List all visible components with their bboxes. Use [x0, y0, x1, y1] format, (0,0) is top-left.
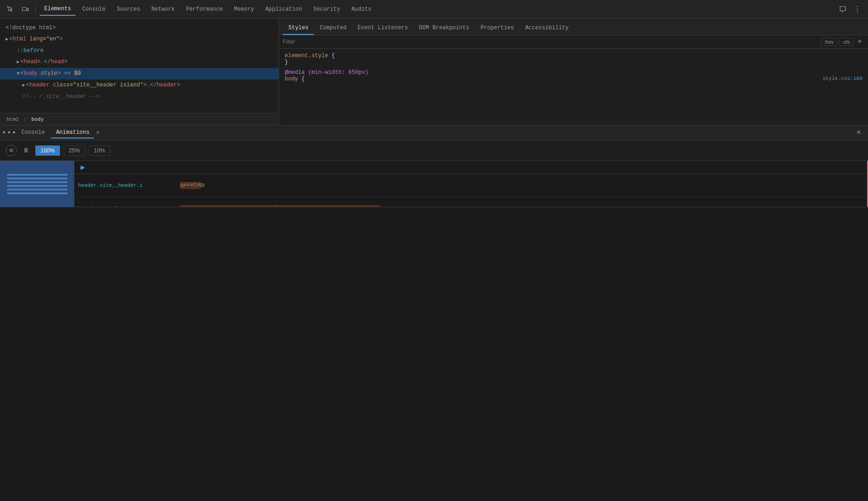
styles-content: element.style { } @media (min-width: 650… — [279, 49, 868, 125]
dom-line-body[interactable]: ▼<body style> == $0 — [0, 68, 279, 79]
expand-triangle-body[interactable]: ▼ — [17, 71, 20, 76]
animation-preview-thumbnail — [0, 161, 74, 207]
style-tab-event-listeners[interactable]: Event Listeners — [352, 22, 414, 35]
style-tab-dom-breakpoints[interactable]: DOM Breakpoints — [414, 22, 475, 35]
animation-row[interactable]: header.site__header.ibounceInUp — [74, 174, 868, 197]
element-style-close: } — [285, 59, 862, 66]
tab-network[interactable]: Network — [147, 3, 179, 15]
animation-keyframe-dot — [180, 184, 184, 187]
preview-line-3 — [7, 181, 67, 183]
close-animations-tab-button[interactable]: × — [94, 129, 101, 137]
close-bottom-panel-button[interactable]: × — [853, 127, 864, 138]
timeline-ruler: ▶ 011.50 s23.00 s34.50 s46.00 s57.50 s1.… — [74, 161, 868, 174]
hov-button[interactable]: :hov — [821, 38, 837, 46]
style-tab-accessibility[interactable]: Accessibility — [520, 22, 574, 35]
tab-performance[interactable]: Performance — [181, 3, 227, 15]
animations-controls: ⊘ ⏸ 100% 25% 10% — [0, 140, 868, 161]
animation-keyframe-dot — [380, 207, 384, 207]
styles-tabs: Styles Computed Event Listeners DOM Brea… — [279, 19, 868, 35]
bottom-tabs-bar: ••• Console Animations × × — [0, 125, 868, 140]
elements-content: <!doctype html> ▶<html lang="en"> ::befo… — [0, 19, 279, 106]
css-rule-media: @media (min-width: 650px) body { style.c… — [285, 69, 862, 82]
tab-sources[interactable]: Sources — [112, 3, 145, 15]
element-style-selector: element.style { — [285, 53, 862, 59]
main-layout: <!doctype html> ▶<html lang="en"> ::befo… — [0, 19, 868, 501]
svg-rect-0 — [22, 7, 27, 11]
expand-triangle-header[interactable]: ▶ — [22, 83, 25, 88]
css-rule-element-style: element.style { } — [285, 53, 862, 66]
filter-actions: :hov .cls + — [821, 37, 864, 46]
animation-stop-button[interactable]: ⊘ — [6, 145, 17, 156]
filter-input[interactable] — [283, 39, 821, 45]
expand-triangle-head[interactable]: ▶ — [17, 59, 20, 65]
tab-elements[interactable]: Elements — [40, 3, 76, 16]
animation-row-track: bounceInUp — [180, 174, 868, 197]
add-style-rule-button[interactable]: + — [855, 37, 864, 46]
bottom-half: ••• Console Animations × × ⊘ ⏸ 100% 25% … — [0, 125, 868, 501]
animation-name-label: hue — [276, 206, 284, 207]
animation-row-label: header.site__header.i — [74, 183, 180, 188]
tab-memory[interactable]: Memory — [229, 3, 259, 15]
expand-triangle[interactable]: ▶ — [6, 37, 8, 42]
animation-keyframe-dot — [504, 207, 507, 207]
style-tab-computed[interactable]: Computed — [314, 22, 352, 35]
breadcrumb-body[interactable]: body — [29, 116, 47, 123]
speed-100-button[interactable]: 100% — [35, 145, 60, 156]
preview-line-1 — [7, 174, 67, 176]
dom-line-comment[interactable]: <!-- /.site__header --> — [0, 91, 279, 102]
dom-line-doctype[interactable]: <!doctype html> — [0, 22, 279, 33]
timeline-container: ▶ 011.50 s23.00 s34.50 s46.00 s57.50 s1.… — [74, 161, 868, 207]
preview-line-2 — [7, 178, 67, 179]
animations-preview-area: ▶ 011.50 s23.00 s34.50 s46.00 s57.50 s1.… — [0, 161, 868, 207]
style-source-link[interactable]: style.css:180 — [822, 76, 862, 81]
bottom-tab-console[interactable]: Console — [17, 127, 49, 138]
devtools-toolbar: Elements Console Sources Network Perform… — [0, 0, 868, 19]
inspect-element-icon[interactable] — [4, 3, 17, 16]
animation-bar: hue — [180, 205, 380, 207]
more-tabs-button[interactable]: ••• — [4, 127, 15, 138]
top-half: <!doctype html> ▶<html lang="en"> ::befo… — [0, 19, 868, 125]
preview-line-6 — [7, 192, 67, 194]
toolbar-right-icons: ⋮ — [836, 3, 864, 16]
speed-25-button[interactable]: 25% — [64, 145, 85, 156]
dom-line-before[interactable]: ::before — [0, 45, 279, 56]
breadcrumb-bar: html › body — [0, 113, 279, 125]
animation-row-track: hue — [180, 197, 868, 207]
animation-row-label: h1.site__title.mega — [74, 206, 180, 207]
style-tab-styles[interactable]: Styles — [283, 22, 314, 35]
style-tab-properties[interactable]: Properties — [475, 22, 520, 35]
breadcrumb-sep: › — [23, 116, 27, 123]
tab-application[interactable]: Application — [260, 3, 307, 15]
breadcrumb-html[interactable]: html — [4, 116, 21, 123]
styles-filter-bar: :hov .cls + — [279, 35, 868, 49]
feedback-icon[interactable] — [836, 3, 849, 16]
animation-row[interactable]: h1.site__title.megahue — [74, 197, 868, 207]
tab-audits[interactable]: Audits — [347, 3, 376, 15]
animation-rows: header.site__header.ibounceInUph1.site__… — [74, 174, 868, 207]
bottom-tab-animations[interactable]: Animations — [51, 127, 94, 138]
toolbar-separator-1 — [35, 5, 36, 14]
preview-line-5 — [7, 189, 67, 191]
tab-console[interactable]: Console — [78, 3, 110, 15]
tab-security[interactable]: Security — [309, 3, 345, 15]
preview-line-4 — [7, 185, 67, 187]
speed-10-button[interactable]: 10% — [89, 145, 110, 156]
dom-line-head[interactable]: ▶<head>…</head> — [0, 56, 279, 68]
doctype-text: !doctype html — [9, 25, 53, 31]
device-toggle-icon[interactable] — [19, 3, 32, 16]
preview-lines — [7, 172, 67, 196]
body-selector-line: body { style.css:180 — [285, 76, 862, 82]
doctype-bracket-close: > — [53, 25, 56, 31]
styles-panel: Styles Computed Event Listeners DOM Brea… — [279, 19, 868, 125]
media-query-line: @media (min-width: 650px) — [285, 69, 862, 76]
elements-panel: <!doctype html> ▶<html lang="en"> ::befo… — [0, 19, 279, 125]
cls-button[interactable]: .cls — [839, 38, 854, 46]
playhead-icon[interactable]: ▶ — [77, 162, 88, 173]
animation-pause-button[interactable]: ⏸ — [20, 145, 32, 156]
dom-line-header[interactable]: ▶<header class="site__header island">…</… — [0, 79, 279, 91]
dom-line-html[interactable]: ▶<html lang="en"> — [0, 33, 279, 45]
svg-rect-1 — [27, 8, 28, 11]
more-options-icon[interactable]: ⋮ — [851, 3, 864, 16]
